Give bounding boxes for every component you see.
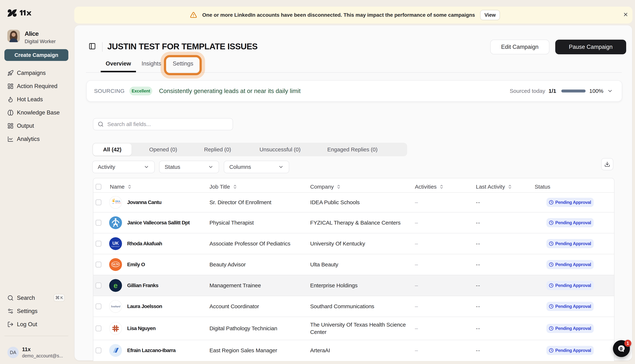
svg-text:ULTA: ULTA (112, 263, 119, 266)
svg-text:KENTUCKY: KENTUCKY (111, 246, 120, 247)
svg-text:BEAUTY: BEAUTY (113, 266, 118, 267)
svg-text:IDEA: IDEA (115, 200, 120, 202)
svg-text:Southard: Southard (111, 305, 121, 308)
svg-text:Public Schools: Public Schools (115, 202, 121, 204)
svg-text:e: e (114, 282, 118, 290)
svg-text:UK: UK (112, 241, 119, 246)
